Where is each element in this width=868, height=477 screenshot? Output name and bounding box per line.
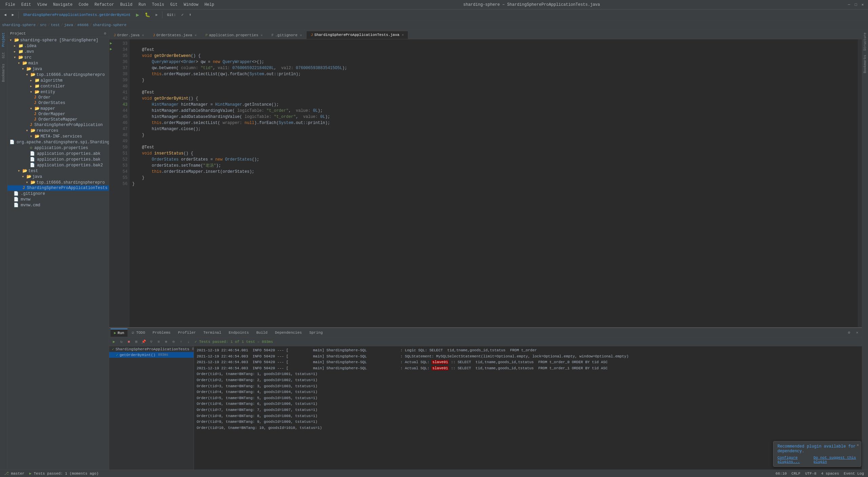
sidebar-tree-item[interactable]: ▾ 📂java — [7, 66, 109, 72]
tab-run[interactable]: ▶ Run — [111, 329, 127, 337]
close-tab-orderstates[interactable]: ✕ — [195, 33, 197, 37]
git-branch[interactable]: ✓ — [179, 12, 186, 18]
rerun-failed-btn[interactable]: ↻ — [118, 338, 125, 345]
menu-refactor[interactable]: Refactor — [92, 2, 117, 8]
collapse-all-btn[interactable]: ⊖ — [170, 338, 177, 345]
menu-navigate[interactable]: Navigate — [50, 2, 75, 8]
sort-btn[interactable]: ≡ — [155, 338, 162, 345]
menu-file[interactable]: File — [3, 2, 18, 8]
git-tool-btn[interactable]: Git — [1, 51, 6, 60]
menu-bar[interactable]: File Edit View Navigate Code Refactor Bu… — [3, 2, 217, 8]
sidebar-tree-item[interactable]: ▸ 📁controller — [7, 83, 109, 89]
bookmarks-tool-btn[interactable]: Bookmarks — [1, 62, 6, 83]
sidebar-tree-item[interactable]: ▾ 📂main — [7, 60, 109, 66]
menu-tools[interactable]: Tools — [149, 2, 167, 8]
run-button[interactable]: ▶ — [134, 11, 141, 19]
close-tab-gitignore[interactable]: ✕ — [300, 33, 302, 37]
menu-git[interactable]: Git — [167, 2, 180, 8]
nav-java[interactable]: java — [64, 23, 73, 27]
sidebar-tree-item[interactable]: ▸ 📁.idea — [7, 43, 109, 49]
forward-button[interactable]: ▶ — [10, 12, 16, 18]
menu-help[interactable]: Help — [202, 2, 217, 8]
sidebar-tree-item[interactable]: ▸ 📁.mvn — [7, 49, 109, 55]
nav-test[interactable]: test — [51, 23, 60, 27]
tab-problems[interactable]: Problems — [149, 329, 174, 337]
bottom-settings-btn[interactable]: ⚙ — [846, 329, 852, 336]
sidebar-tree-item[interactable]: JOrderStateMapper — [7, 117, 109, 122]
next-fail-btn[interactable]: ↓ — [185, 338, 192, 345]
sidebar-tree-item[interactable]: ▾ 📂java — [7, 174, 109, 180]
tab-endpoints[interactable]: Endpoints — [225, 329, 252, 337]
encoding-status[interactable]: UTF-8 — [804, 472, 818, 476]
tab-gitignore[interactable]: F .gitignore ✕ — [267, 31, 307, 39]
close-tab-order[interactable]: ✕ — [142, 33, 144, 37]
git-update[interactable]: Git: — [165, 12, 178, 18]
sidebar-tree-item[interactable]: 📄.gitignore — [7, 191, 109, 196]
tab-shardingspheretests[interactable]: J ShardingSphereProApplicationTests.java… — [306, 31, 408, 39]
stop-btn[interactable]: ■ — [125, 338, 132, 345]
menu-edit[interactable]: Edit — [19, 2, 34, 8]
debug-button[interactable]: 🐛 — [143, 12, 152, 18]
structure-btn[interactable]: Structure — [863, 31, 867, 52]
sidebar-tree-item[interactable]: ▾ 📂test — [7, 168, 109, 174]
prev-fail-btn[interactable]: ↑ — [178, 338, 184, 345]
sidebar-tree-item[interactable]: ▾ 📂mapper — [7, 106, 109, 111]
nav-project[interactable]: sharding-sphere — [2, 23, 36, 27]
maximize-button[interactable]: □ — [853, 2, 859, 7]
sidebar-tree-item[interactable]: ▸ 📁algorithm — [7, 78, 109, 83]
tab-spring[interactable]: Spring — [306, 329, 326, 337]
sidebar-tree-item[interactable]: ▾ 📂sharding-sphere [ShardingSphere] — [7, 37, 109, 43]
menu-build[interactable]: Build — [117, 2, 135, 8]
tab-profiler[interactable]: Profiler — [175, 329, 199, 337]
test-tree-root[interactable]: ✓ ShardingSphereProApplicationTests 893m… — [109, 346, 194, 352]
indent-status[interactable]: 4 spaces — [820, 472, 841, 476]
event-log[interactable]: Event Log — [843, 472, 865, 476]
menu-code[interactable]: Code — [76, 2, 91, 8]
git-status[interactable]: ⎇ master — [3, 471, 26, 476]
nav-package[interactable]: #6666 — [77, 23, 88, 27]
restore-layout-btn[interactable]: ⊞ — [133, 338, 140, 345]
menu-run[interactable]: Run — [136, 2, 149, 8]
sidebar-tree-item[interactable]: 📄mvnw — [7, 196, 109, 202]
sidebar-tree-item[interactable]: ▾ 📂src — [7, 55, 109, 60]
sidebar-tree-item[interactable]: JShardingSphereProApplication — [7, 122, 109, 128]
sidebar-tree-item[interactable]: ⚙application.properties — [7, 145, 109, 151]
sidebar-tree-item[interactable]: JOrderMapper — [7, 111, 109, 117]
sidebar-tree-item[interactable]: JOrder — [7, 95, 109, 100]
sidebar-tree-item[interactable]: 📄application.properties.bak2 — [7, 162, 109, 168]
menu-view[interactable]: View — [35, 2, 50, 8]
rerun-btn[interactable]: ▶ — [111, 338, 117, 345]
line-col-status[interactable]: 66:10 — [774, 472, 788, 476]
sidebar-tree-item[interactable]: JOrderStates — [7, 100, 109, 106]
do-not-suggest-link[interactable]: Do not suggest this plugin — [813, 456, 857, 464]
tab-todo[interactable]: ☑ TODO — [128, 329, 149, 337]
close-tab-tests[interactable]: ✕ — [402, 33, 404, 37]
code-editor[interactable]: @Test void getOrderBetween() { QueryWrap… — [130, 39, 858, 327]
expand-all-btn[interactable]: ⊕ — [163, 338, 170, 345]
line-sep-status[interactable]: CRLF — [790, 472, 802, 476]
sidebar-tree-item[interactable]: 📄application.properties.bak — [7, 157, 109, 162]
editor-scrollbar[interactable] — [858, 39, 862, 327]
tab-build[interactable]: Build — [253, 329, 271, 337]
tab-orderstates-java[interactable]: J OrderStates.java ✕ — [149, 31, 201, 39]
sidebar-tree-item[interactable]: ▾ 📂META-INF.services — [7, 133, 109, 139]
run-config[interactable]: ShardingSphereProApplicationTests.getOrd… — [21, 12, 133, 18]
test-tree-method[interactable]: ✓ getOrderByHint() 893ms — [109, 352, 194, 358]
coverage-button[interactable]: ▶ — [154, 12, 160, 18]
tab-dependencies[interactable]: Dependencies — [272, 329, 305, 337]
bookmarks-btn[interactable]: Bookmarks — [863, 54, 867, 75]
git-push[interactable]: ⬆ — [187, 12, 193, 18]
sidebar-tree-item[interactable]: ▾ 📂top.it6666.shardingspherepro — [7, 72, 109, 78]
nav-src[interactable]: src — [40, 23, 47, 27]
notification-close-btn[interactable]: ✕ — [856, 443, 859, 447]
project-tool-btn[interactable]: Project — [1, 31, 6, 48]
nav-sharding[interactable]: sharding-sphere — [93, 23, 126, 27]
tab-terminal[interactable]: Terminal — [200, 329, 225, 337]
sidebar-tree-item[interactable]: 📄application.properties.abk — [7, 151, 109, 157]
pin-tab-btn[interactable]: 📌 — [140, 338, 147, 345]
sidebar-tree-item[interactable]: ▾ 📂entity — [7, 89, 109, 95]
run-gutter-indicator[interactable]: ▶▶ — [109, 39, 116, 53]
settings-icon[interactable]: ⚙ — [104, 31, 106, 36]
close-tab-props[interactable]: ✕ — [261, 33, 263, 37]
sidebar-tree-item[interactable]: JShardingSphereProApplicationTests — [7, 185, 109, 191]
